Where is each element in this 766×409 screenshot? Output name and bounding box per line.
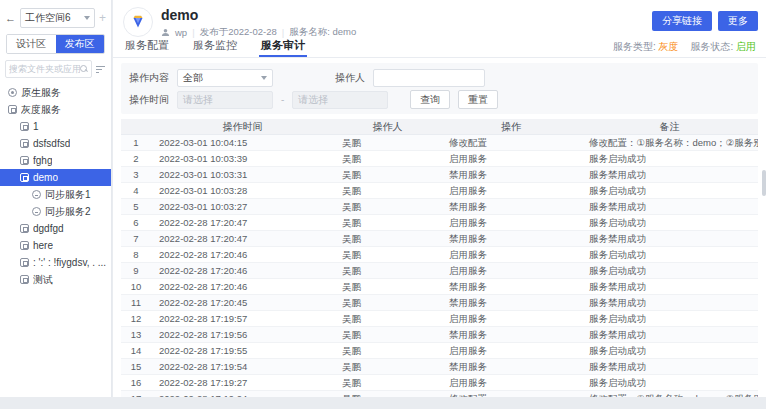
- plus-icon[interactable]: +: [99, 11, 106, 25]
- cell-remark: 服务启动成功: [581, 215, 758, 230]
- filter-date-start[interactable]: 请选择: [177, 91, 273, 109]
- table-row: 82022-02-28 17:20:46吴鹏启用服务服务启动成功: [121, 247, 758, 263]
- filter-content-value: 全部: [183, 71, 203, 85]
- filter-operator-input[interactable]: [373, 69, 485, 87]
- cell-operation: 禁用服务: [441, 359, 581, 374]
- table-row: 152022-02-28 17:19:54吴鹏禁用服务服务禁用成功: [121, 359, 758, 375]
- sort-icon[interactable]: [96, 65, 106, 74]
- col-remark: 备注: [581, 119, 758, 134]
- cell-idx: 4: [121, 183, 151, 198]
- cell-operation: 启用服务: [441, 263, 581, 278]
- tab-service-config[interactable]: 服务配置: [123, 38, 171, 57]
- main-panel: demo wp | 发布于2022-02-28 | 服务名称: demo 分享链…: [113, 0, 766, 397]
- query-button[interactable]: 查询: [410, 90, 450, 109]
- cell-operation: 启用服务: [441, 343, 581, 358]
- tree-item-2[interactable]: 1: [0, 118, 111, 135]
- cell-time: 2022-02-28 17:19:57: [151, 311, 334, 326]
- cell-time: 2022-03-01 10:03:27: [151, 199, 334, 214]
- cell-idx: 5: [121, 199, 151, 214]
- more-button[interactable]: 更多: [718, 11, 758, 31]
- tab-publish-area[interactable]: 发布区: [56, 35, 105, 53]
- tab-service-monitor[interactable]: 服务监控: [191, 38, 239, 57]
- cell-operation: 启用服务: [441, 215, 581, 230]
- tree-item-11[interactable]: 测试: [0, 271, 111, 288]
- reset-button[interactable]: 重置: [458, 90, 498, 109]
- chevron-down-icon: [84, 16, 90, 20]
- tree-item-10[interactable]: : ':' : !fiygdsv, . ...: [0, 254, 111, 271]
- cell-operation: 禁用服务: [441, 295, 581, 310]
- grid-service-icon: [20, 241, 29, 250]
- tree-item-6[interactable]: 同步服务1: [0, 186, 111, 203]
- cell-operator: 吴鹏: [334, 231, 441, 246]
- tab-design-area[interactable]: 设计区: [7, 35, 56, 53]
- table-row: 162022-02-28 17:19:27吴鹏启用服务服务启动成功: [121, 375, 758, 391]
- workspace-name: 工作空间6: [25, 11, 71, 25]
- tree-item-7[interactable]: 同步服务2: [0, 203, 111, 220]
- table-header: 操作时间 操作人 操作 备注: [121, 119, 758, 135]
- cell-operation: 启用服务: [441, 151, 581, 166]
- search-input[interactable]: [9, 64, 80, 74]
- tree-item-3[interactable]: dsfsdfsd: [0, 135, 111, 152]
- col-operation-time: 操作时间: [151, 119, 334, 134]
- tree-item-1[interactable]: 灰度服务: [0, 101, 111, 118]
- tree-item-5[interactable]: demo: [0, 169, 111, 186]
- cell-operation: 启用服务: [441, 375, 581, 390]
- tree-item-label: here: [33, 240, 53, 251]
- filter-date-end[interactable]: 请选择: [292, 91, 388, 109]
- service-tree: 原生服务灰度服务1dsfsdfsdfghgdemo同步服务1同步服务2dgdfg…: [0, 84, 111, 288]
- tree-item-label: 1: [33, 121, 39, 132]
- table-row: 42022-03-01 10:03:28吴鹏启用服务服务启动成功: [121, 183, 758, 199]
- cell-time: 2022-02-28 17:19:54: [151, 359, 334, 374]
- cell-remark: 修改配置：①服务名称：demo；②服务别名：demofuwu；③同步服务1：文件…: [581, 135, 758, 150]
- tree-item-8[interactable]: dgdfgd: [0, 220, 111, 237]
- cell-operation: 禁用服务: [441, 231, 581, 246]
- cell-remark: 服务禁用成功: [581, 199, 758, 214]
- filter-content-select[interactable]: 全部: [177, 69, 273, 87]
- col-operation: 操作: [441, 119, 581, 134]
- cell-remark: 服务禁用成功: [581, 279, 758, 294]
- tree-item-label: 原生服务: [21, 86, 61, 100]
- cell-time: 2022-03-01 10:03:31: [151, 167, 334, 182]
- tree-item-9[interactable]: here: [0, 237, 111, 254]
- vertical-scrollbar[interactable]: [762, 170, 766, 196]
- share-link-button[interactable]: 分享链接: [652, 11, 712, 31]
- sidebar-search[interactable]: [5, 60, 92, 78]
- cell-time: 2022-03-01 10:04:15: [151, 135, 334, 150]
- col-operator: 操作人: [334, 119, 441, 134]
- filter-panel: 操作内容 全部 操作人 操作时间 请选择 - 请选择 查询 重置: [121, 63, 758, 114]
- grid-service-icon: [20, 173, 29, 182]
- cell-time: 2022-02-28 17:19:56: [151, 327, 334, 342]
- cell-remark: 服务启动成功: [581, 311, 758, 326]
- table-row: 72022-02-28 17:20:47吴鹏禁用服务服务禁用成功: [121, 231, 758, 247]
- cell-time: 2022-03-01 10:03:28: [151, 183, 334, 198]
- cell-time: 2022-02-28 17:20:46: [151, 263, 334, 278]
- origin-service-icon: [8, 88, 17, 97]
- cell-operation: 禁用服务: [441, 167, 581, 182]
- filter-operator-label: 操作人: [335, 71, 365, 85]
- cell-operator: 吴鹏: [334, 327, 441, 342]
- service-type-label: 服务类型:: [613, 41, 656, 52]
- filter-content-label: 操作内容: [129, 71, 177, 85]
- sync-service-icon: [32, 190, 41, 199]
- sync-service-icon: [32, 207, 41, 216]
- service-tabs: 服务配置 服务监控 服务审计 服务类型: 灰度 服务状态: 启用: [113, 40, 766, 58]
- cell-time: 2022-02-28 17:20:47: [151, 215, 334, 230]
- cell-operator: 吴鹏: [334, 135, 441, 150]
- back-arrow-icon[interactable]: ←: [5, 12, 16, 24]
- cell-remark: 服务禁用成功: [581, 167, 758, 182]
- cell-idx: 7: [121, 231, 151, 246]
- workspace-select[interactable]: 工作空间6: [20, 8, 95, 28]
- tree-item-0[interactable]: 原生服务: [0, 84, 111, 101]
- cell-idx: 6: [121, 215, 151, 230]
- cell-idx: 12: [121, 311, 151, 326]
- tab-service-audit[interactable]: 服务审计: [259, 38, 307, 57]
- cell-operator: 吴鹏: [334, 151, 441, 166]
- cell-time: 2022-02-28 17:20:46: [151, 247, 334, 262]
- cell-remark: 服务禁用成功: [581, 231, 758, 246]
- cell-operator: 吴鹏: [334, 295, 441, 310]
- cell-idx: 10: [121, 279, 151, 294]
- tree-item-4[interactable]: fghg: [0, 152, 111, 169]
- service-header: demo wp | 发布于2022-02-28 | 服务名称: demo 分享链…: [113, 0, 766, 40]
- cell-operation: 启用服务: [441, 183, 581, 198]
- tree-item-label: 灰度服务: [21, 103, 61, 117]
